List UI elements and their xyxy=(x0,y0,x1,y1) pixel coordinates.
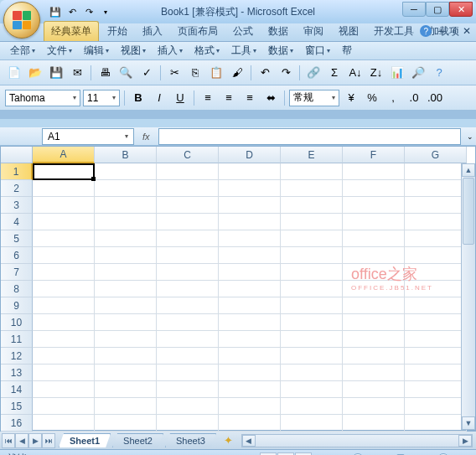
cell[interactable] xyxy=(281,331,343,348)
cell[interactable] xyxy=(405,214,467,230)
save-icon[interactable]: 💾 xyxy=(47,64,65,82)
cell[interactable] xyxy=(219,415,281,432)
cell[interactable] xyxy=(343,415,405,432)
cell[interactable] xyxy=(405,348,467,365)
cell[interactable] xyxy=(405,314,467,331)
row-header-8[interactable]: 8 xyxy=(1,281,33,297)
cell[interactable] xyxy=(33,415,95,432)
underline-icon[interactable]: U xyxy=(171,89,189,107)
new-sheet-icon[interactable]: ✦ xyxy=(220,434,238,447)
cell[interactable] xyxy=(405,230,467,247)
cell[interactable] xyxy=(343,348,405,365)
cell[interactable] xyxy=(95,197,157,214)
tab-formulas[interactable]: 公式 xyxy=(226,22,260,41)
comma-icon[interactable]: , xyxy=(384,89,402,107)
workbook-restore-icon[interactable]: ▫ xyxy=(453,25,456,37)
cell[interactable] xyxy=(157,415,219,432)
cell[interactable] xyxy=(281,365,343,381)
cells-area[interactable]: office之家OFFICE.JB51.NET xyxy=(33,163,467,432)
fx-button[interactable]: fx xyxy=(134,132,158,142)
cell[interactable] xyxy=(343,163,405,180)
cell[interactable] xyxy=(95,281,157,297)
cell[interactable] xyxy=(219,365,281,381)
cell[interactable] xyxy=(281,415,343,432)
sheet-last-icon[interactable]: ⏭ xyxy=(42,433,55,448)
tab-data[interactable]: 数据 xyxy=(261,22,295,41)
cell[interactable] xyxy=(33,381,95,398)
number-format-dropdown[interactable]: 常规▾ xyxy=(289,90,339,106)
sum-icon[interactable]: Σ xyxy=(325,64,344,82)
hyperlink-icon[interactable]: 🔗 xyxy=(304,64,323,82)
cell[interactable] xyxy=(405,264,467,281)
cell[interactable] xyxy=(157,197,219,214)
cell[interactable] xyxy=(405,180,467,197)
tab-developer[interactable]: 开发工具 xyxy=(367,22,421,41)
name-box[interactable]: A1▾ xyxy=(42,128,134,145)
ribbon-minimize-icon[interactable]: ─ xyxy=(438,25,446,37)
select-all-corner[interactable] xyxy=(1,147,33,163)
qat-undo-icon[interactable]: ↶ xyxy=(65,5,79,18)
align-center-icon[interactable]: ≡ xyxy=(220,89,238,107)
paste-icon[interactable]: 📋 xyxy=(207,64,225,82)
scroll-up-icon[interactable]: ▲ xyxy=(462,163,475,177)
menu-view[interactable]: 视图▾ xyxy=(116,42,151,59)
font-size-dropdown[interactable]: 11▾ xyxy=(83,90,120,106)
cell[interactable] xyxy=(33,163,95,180)
row-header-7[interactable]: 7 xyxy=(1,264,33,281)
workbook-close-icon[interactable]: ✕ xyxy=(463,25,471,37)
sheet-tab-2[interactable]: Sheet2 xyxy=(112,433,163,447)
cut-icon[interactable]: ✂ xyxy=(165,64,184,82)
cell[interactable] xyxy=(95,247,157,264)
increase-decimal-icon[interactable]: .00 xyxy=(426,89,444,107)
cell[interactable] xyxy=(281,230,343,247)
cell[interactable] xyxy=(33,281,95,297)
cell[interactable] xyxy=(281,264,343,281)
menu-window[interactable]: 窗口▾ xyxy=(300,42,335,59)
merge-icon[interactable]: ⬌ xyxy=(261,89,280,107)
cell[interactable] xyxy=(405,197,467,214)
row-header-4[interactable]: 4 xyxy=(1,214,33,230)
qat-save-icon[interactable]: 💾 xyxy=(49,5,62,18)
cell[interactable] xyxy=(281,180,343,197)
row-header-10[interactable]: 10 xyxy=(1,314,33,331)
menu-file[interactable]: 文件▾ xyxy=(42,42,77,59)
cell[interactable] xyxy=(219,281,281,297)
tab-review[interactable]: 审阅 xyxy=(297,22,330,41)
row-header-16[interactable]: 16 xyxy=(1,415,33,432)
cell[interactable] xyxy=(95,365,157,381)
col-header-A[interactable]: A xyxy=(33,147,95,163)
cell[interactable] xyxy=(157,281,219,297)
cell[interactable] xyxy=(281,281,343,297)
horizontal-scrollbar[interactable]: ◀ ▶ xyxy=(241,434,473,447)
cell[interactable] xyxy=(405,331,467,348)
cell[interactable] xyxy=(95,264,157,281)
bold-icon[interactable]: B xyxy=(129,89,147,107)
cell[interactable] xyxy=(219,197,281,214)
sort-desc-icon[interactable]: Z↓ xyxy=(367,64,385,82)
cell[interactable] xyxy=(219,331,281,348)
page-layout-view-icon[interactable]: ▤ xyxy=(277,452,294,456)
minimize-button[interactable]: ─ xyxy=(402,2,426,17)
cell[interactable] xyxy=(343,264,405,281)
font-name-dropdown[interactable]: Tahoma▾ xyxy=(5,90,80,106)
cell[interactable] xyxy=(219,297,281,314)
cell[interactable] xyxy=(33,365,95,381)
cell[interactable] xyxy=(343,297,405,314)
new-icon[interactable]: 📄 xyxy=(5,64,23,82)
cell[interactable] xyxy=(157,365,219,381)
cell[interactable] xyxy=(33,348,95,365)
cell[interactable] xyxy=(157,180,219,197)
spell-icon[interactable]: ✓ xyxy=(137,64,156,82)
tab-insert[interactable]: 插入 xyxy=(136,22,169,41)
cell[interactable] xyxy=(157,163,219,180)
cell[interactable] xyxy=(33,297,95,314)
col-header-C[interactable]: C xyxy=(157,147,219,163)
undo-icon[interactable]: ↶ xyxy=(256,64,274,82)
qat-customize-icon[interactable]: ▾ xyxy=(99,5,112,18)
cell[interactable] xyxy=(33,398,95,415)
print-icon[interactable]: 🖶 xyxy=(96,64,114,82)
cell[interactable] xyxy=(343,214,405,230)
copy-icon[interactable]: ⎘ xyxy=(186,64,204,82)
cell[interactable] xyxy=(281,348,343,365)
scroll-thumb[interactable] xyxy=(463,178,474,245)
